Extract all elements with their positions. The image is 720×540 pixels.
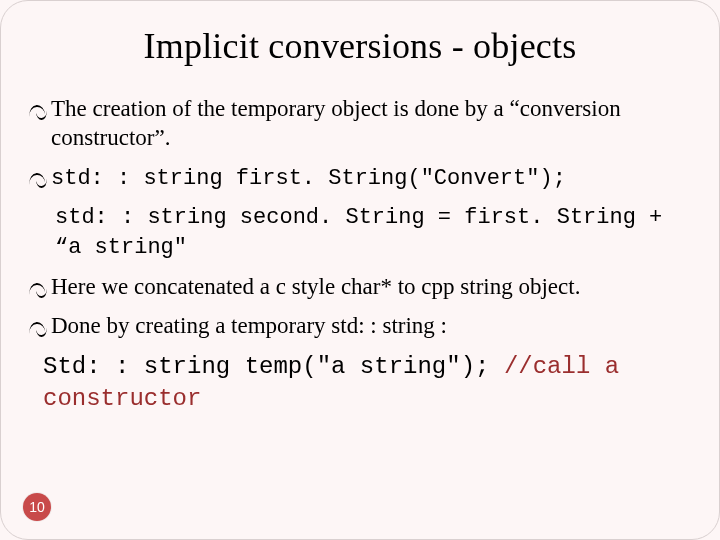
bullet-1: The creation of the temporary object is … bbox=[29, 95, 691, 153]
code-line-1b: //call a bbox=[504, 353, 619, 380]
code-block: Std: : string temp("a string"); //call a… bbox=[43, 351, 691, 416]
bullet-2-code: std: : string first. String("Convert"); bbox=[51, 166, 566, 191]
slide-title: Implicit conversions - objects bbox=[29, 25, 691, 67]
bullet-2-sub: std: : string second. String = first. St… bbox=[29, 202, 691, 261]
slide: Implicit conversions - objects The creat… bbox=[0, 0, 720, 540]
code-line-1: Std: : string temp("a string"); //call a bbox=[43, 351, 691, 383]
slide-content: The creation of the temporary object is … bbox=[29, 95, 691, 415]
bullet-4: Done by creating a temporary std: : stri… bbox=[29, 312, 691, 341]
bullet-4-text: Done by creating a temporary std: : stri… bbox=[51, 313, 447, 338]
bullet-3-text: Here we concatenated a c style char* to … bbox=[51, 274, 580, 299]
code-line-2: constructor bbox=[43, 383, 691, 415]
page-number-badge: 10 bbox=[23, 493, 51, 521]
bullet-2: std: : string first. String("Convert"); bbox=[29, 163, 691, 193]
code-line-1a: Std: : string temp("a string"); bbox=[43, 353, 504, 380]
bullet-3: Here we concatenated a c style char* to … bbox=[29, 273, 691, 302]
bullet-1-text: The creation of the temporary object is … bbox=[51, 96, 621, 150]
bullet-2-sub-code: std: : string second. String = first. St… bbox=[55, 205, 662, 260]
